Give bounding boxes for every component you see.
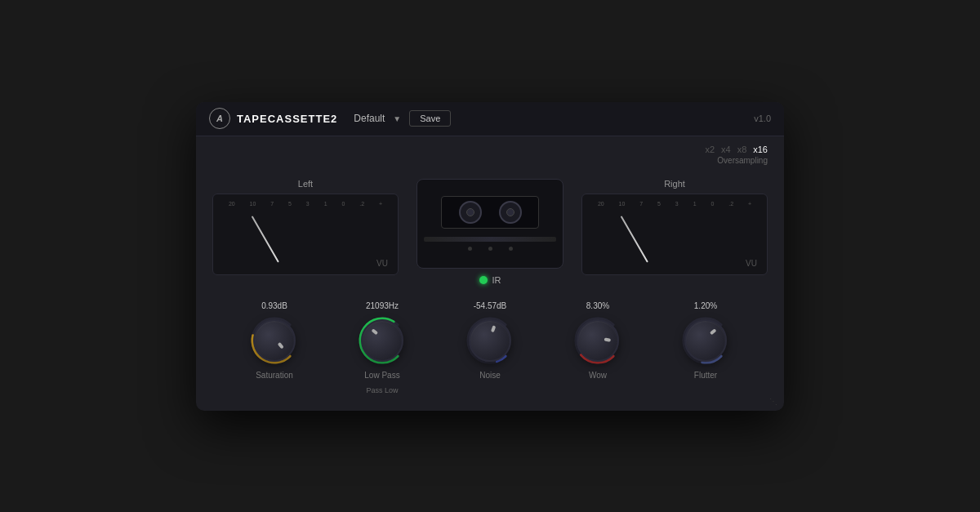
knob-low-pass[interactable] <box>361 319 403 362</box>
left-vu-scale: 20 10 7 5 3 1 0 .2 + <box>213 201 398 207</box>
knob-value-saturation: 0.93dB <box>261 301 287 310</box>
cassette-reel-right <box>499 201 522 224</box>
main-content: x2 x4 x8 x16 Oversampling Left 20 10 7 5… <box>196 136 784 411</box>
knob-label-low-pass: Low Pass <box>364 371 399 380</box>
left-vu-label: Left <box>212 179 399 189</box>
plugin-window: A TAPECASSETTE2 Default ▼ Save v1.0 x2 x… <box>196 102 784 411</box>
knob-group-wow: 8.30%Wow <box>572 301 623 380</box>
knob-container-low-pass[interactable] <box>357 315 408 366</box>
resize-handle[interactable]: ⋱ <box>769 397 777 406</box>
right-vu-container: Right 20 10 7 5 3 1 0 .2 + VU <box>581 179 768 275</box>
knob-noise[interactable] <box>469 319 511 362</box>
right-vu-meter: 20 10 7 5 3 1 0 .2 + VU <box>581 194 768 275</box>
right-vu-label: Right <box>581 179 768 189</box>
os-x8-button[interactable]: x8 <box>737 145 747 154</box>
cassette-container: IR <box>408 179 572 285</box>
version-label: v1.0 <box>754 114 771 123</box>
knob-flutter[interactable] <box>684 319 727 362</box>
knob-value-flutter: 1.20% <box>694 301 717 310</box>
left-vu-needle <box>252 216 279 262</box>
oversampling-label: Oversampling <box>705 156 768 165</box>
knob-indicator-low-pass <box>371 328 378 335</box>
plugin-name: TAPECASSETTE2 <box>237 113 337 125</box>
knob-saturation[interactable] <box>253 319 296 362</box>
knob-sublabel-low-pass: Pass Low <box>366 386 398 394</box>
preset-area: Default ▼ Save <box>354 110 754 127</box>
save-button[interactable]: Save <box>409 110 451 127</box>
cassette-window <box>441 196 539 229</box>
cassette <box>416 179 564 269</box>
knob-indicator-saturation <box>278 341 284 349</box>
knob-group-noise: -54.57dBNoise <box>465 301 515 380</box>
logo-area: A TAPECASSETTE2 <box>209 108 337 129</box>
logo-icon: A <box>209 108 230 129</box>
cassette-tape <box>424 237 556 242</box>
oversampling-section: x2 x4 x8 x16 Oversampling <box>705 145 768 165</box>
knob-wow[interactable] <box>577 319 619 362</box>
knob-indicator-noise <box>491 325 496 332</box>
knob-group-low-pass: 21093HzLow PassPass Low <box>357 301 408 394</box>
knob-indicator-flutter <box>710 328 717 335</box>
knob-label-saturation: Saturation <box>256 371 293 380</box>
knob-group-saturation: 0.93dBSaturation <box>249 301 300 380</box>
knob-value-noise: -54.57dB <box>474 301 507 310</box>
cassette-dots <box>468 247 513 251</box>
knob-container-wow[interactable] <box>572 315 623 366</box>
right-vu-scale: 20 10 7 5 3 1 0 .2 + <box>582 201 767 207</box>
knob-label-wow: Wow <box>589 371 607 380</box>
os-x4-button[interactable]: x4 <box>721 145 731 154</box>
left-vu-container: Left 20 10 7 5 3 1 0 .2 + VU <box>212 179 399 275</box>
knob-label-flutter: Flutter <box>694 371 717 380</box>
oversampling-buttons: x2 x4 x8 x16 <box>705 145 768 154</box>
knob-container-saturation[interactable] <box>249 315 300 366</box>
os-x16-button[interactable]: x16 <box>753 145 768 154</box>
cassette-reel-left <box>459 201 482 224</box>
knob-indicator-wow <box>604 337 612 341</box>
knob-value-low-pass: 21093Hz <box>366 301 399 310</box>
right-vu-needle <box>621 216 648 262</box>
knob-container-noise[interactable] <box>465 315 515 366</box>
preset-name[interactable]: Default <box>354 113 385 124</box>
right-vu-bottom-label: VU <box>746 259 757 268</box>
os-x2-button[interactable]: x2 <box>705 145 715 154</box>
meters-row: Left 20 10 7 5 3 1 0 .2 + VU <box>212 179 768 285</box>
ir-led <box>479 276 488 284</box>
header: A TAPECASSETTE2 Default ▼ Save v1.0 <box>196 102 784 136</box>
left-vu-bottom-label: VU <box>376 259 388 268</box>
ir-toggle[interactable]: IR <box>479 275 501 285</box>
knob-container-flutter[interactable] <box>680 315 731 366</box>
knob-label-noise: Noise <box>479 371 501 380</box>
knob-value-wow: 8.30% <box>586 301 609 310</box>
knob-group-flutter: 1.20%Flutter <box>680 301 731 380</box>
ir-label: IR <box>492 275 501 285</box>
knobs-row: 0.93dBSaturation21093HzLow PassPass Low-… <box>212 301 768 394</box>
preset-dropdown-arrow[interactable]: ▼ <box>393 114 401 123</box>
left-vu-meter: 20 10 7 5 3 1 0 .2 + VU <box>212 194 399 275</box>
